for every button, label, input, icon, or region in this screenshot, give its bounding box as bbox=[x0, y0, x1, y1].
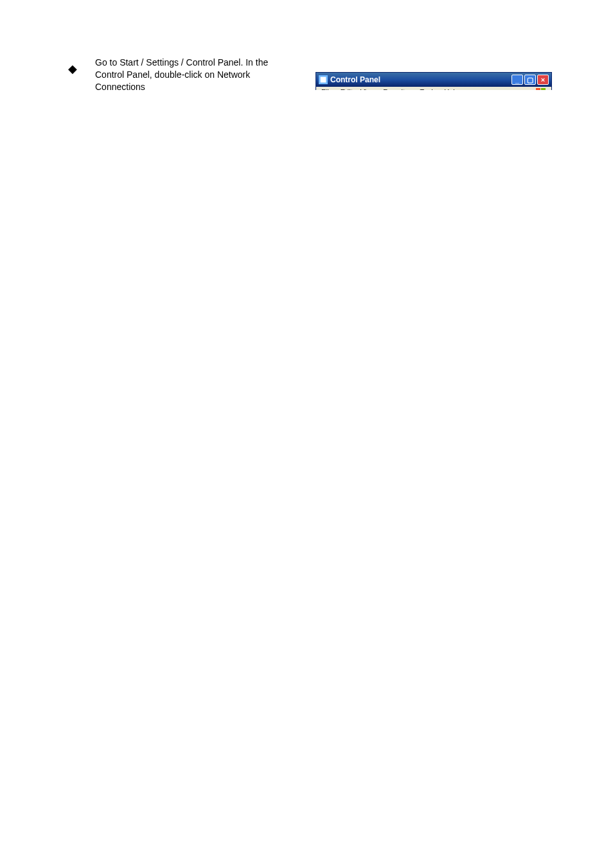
close-button[interactable]: × bbox=[537, 75, 549, 85]
menu-favorites[interactable]: Favorites bbox=[383, 88, 412, 90]
control-panel-title: Control Panel bbox=[330, 75, 380, 84]
menu-file[interactable]: File bbox=[321, 88, 333, 90]
brand-icon bbox=[536, 88, 546, 90]
control-panel-window: Control Panel _ ▢ × File Edit View Favor… bbox=[315, 72, 552, 90]
svg-rect-2 bbox=[536, 88, 540, 90]
svg-rect-1 bbox=[321, 77, 326, 83]
control-panel-title-icon bbox=[319, 75, 328, 84]
minimize-button[interactable]: _ bbox=[511, 75, 523, 85]
menu-view[interactable]: View bbox=[360, 88, 376, 90]
maximize-button[interactable]: ▢ bbox=[524, 75, 536, 85]
control-panel-menubar: File Edit View Favorites Tools Help bbox=[316, 87, 551, 90]
menu-edit[interactable]: Edit bbox=[341, 88, 353, 90]
menu-tools[interactable]: Tools bbox=[420, 88, 437, 90]
menu-help[interactable]: Help bbox=[444, 88, 459, 90]
control-panel-titlebar[interactable]: Control Panel _ ▢ × bbox=[316, 73, 551, 87]
svg-rect-3 bbox=[541, 88, 546, 90]
bullet-icon: ◆ bbox=[68, 62, 77, 76]
step-1-text: Go to Start / Settings / Control Panel. … bbox=[95, 57, 288, 90]
